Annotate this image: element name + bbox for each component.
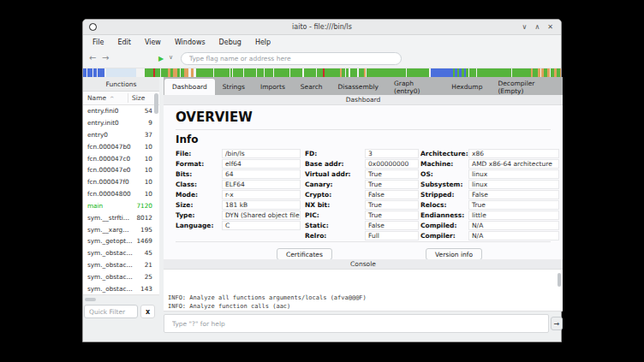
info-row: OS: linux bbox=[420, 169, 559, 180]
function-row[interactable]: fcn.000047c0 10 bbox=[83, 152, 159, 164]
functions-v-scrollbar[interactable] bbox=[154, 93, 158, 294]
console-scrollbar[interactable] bbox=[558, 271, 561, 310]
function-row[interactable]: main 7120 bbox=[83, 200, 159, 212]
function-row[interactable]: sym._obstac… 45 bbox=[83, 247, 159, 259]
binary-map-segment bbox=[477, 68, 511, 77]
function-row[interactable]: sym._obstac… 21 bbox=[83, 259, 159, 271]
function-name: entry0 bbox=[87, 131, 145, 139]
chevron-down-icon[interactable]: ∨ bbox=[169, 54, 173, 61]
column-header-name[interactable]: Name bbox=[83, 94, 106, 102]
tab-imports[interactable]: Imports bbox=[253, 79, 293, 95]
tab-disassembly[interactable]: Disassembly bbox=[331, 79, 386, 95]
info-field-label: Class: bbox=[176, 181, 222, 188]
function-size: 10 bbox=[145, 166, 152, 174]
clear-filter-button[interactable]: x bbox=[140, 305, 155, 318]
menu-edit[interactable]: Edit bbox=[110, 37, 138, 48]
info-field-value: True bbox=[365, 169, 419, 179]
info-column-3: Architecture: x86 Machine: AMD x86-64 ar… bbox=[420, 149, 559, 240]
send-button[interactable]: → bbox=[551, 317, 563, 330]
play-button[interactable]: ▶ bbox=[158, 55, 164, 62]
functions-h-scrollbar[interactable] bbox=[83, 297, 156, 302]
binary-map-segment bbox=[214, 68, 230, 77]
back-button[interactable]: ← bbox=[89, 53, 96, 63]
binary-map-segment bbox=[265, 68, 273, 77]
info-row: Compiler: N/A bbox=[420, 230, 559, 240]
forward-button[interactable]: → bbox=[102, 53, 109, 63]
function-row[interactable]: entry.fini0 54 bbox=[83, 105, 159, 117]
maximize-button[interactable]: ∧ bbox=[534, 24, 540, 31]
scrollbar-handle[interactable] bbox=[558, 273, 561, 287]
info-row: Architecture: x86 bbox=[420, 149, 559, 159]
info-row: Canary: True bbox=[305, 180, 419, 190]
close-button[interactable]: ✕ bbox=[547, 24, 553, 31]
info-row: Base addr: 0x00000000 bbox=[305, 159, 419, 169]
function-row[interactable]: fcn.000047b0 10 bbox=[83, 140, 159, 152]
info-row: File: /bin/ls bbox=[176, 149, 301, 159]
function-row[interactable]: fcn.000047f0 10 bbox=[83, 176, 159, 188]
function-row[interactable]: sym._obstac… 25 bbox=[83, 270, 159, 282]
menu-file[interactable]: File bbox=[86, 37, 110, 48]
function-row[interactable]: sym._obstac… 143 bbox=[83, 282, 159, 294]
info-row: NX bit: True bbox=[305, 199, 419, 210]
tab-graph[interactable]: Graph (entry0) bbox=[386, 79, 444, 95]
function-row[interactable]: entry0 37 bbox=[83, 129, 159, 141]
tab-search[interactable]: Search bbox=[293, 79, 331, 95]
info-row: Virtual addr: True bbox=[305, 169, 419, 180]
function-row[interactable]: fcn.000047e0 10 bbox=[83, 164, 159, 176]
function-row[interactable]: fcn.00004800 10 bbox=[83, 188, 159, 200]
tab-dashboard[interactable]: Dashboard bbox=[164, 79, 215, 95]
version-info-button[interactable]: Version info bbox=[426, 248, 482, 259]
binary-map-segment bbox=[367, 68, 406, 77]
quick-filter-input[interactable] bbox=[84, 305, 138, 318]
function-row[interactable]: sym.__xarg… 195 bbox=[83, 223, 159, 235]
minimize-button[interactable]: ∨ bbox=[522, 24, 528, 31]
binary-map-segment bbox=[106, 68, 136, 77]
menu-help[interactable]: Help bbox=[248, 37, 277, 48]
binary-map[interactable] bbox=[83, 68, 561, 77]
info-field-label: Static: bbox=[305, 222, 365, 229]
function-name: sym.__xarg… bbox=[87, 226, 140, 234]
function-name: fcn.000047f0 bbox=[87, 178, 145, 186]
function-row[interactable]: entry.init0 9 bbox=[83, 117, 159, 129]
info-field-label: Virtual addr: bbox=[305, 170, 365, 178]
info-field-value: 181 kB bbox=[222, 200, 301, 210]
info-row: Relocs: True bbox=[420, 199, 559, 210]
menu-debug[interactable]: Debug bbox=[212, 37, 248, 48]
scrollbar-handle[interactable] bbox=[85, 298, 96, 301]
info-row: Class: ELF64 bbox=[176, 180, 301, 190]
binary-map-segment bbox=[407, 68, 429, 77]
tab-decompiler[interactable]: Decompiler (Empty) bbox=[490, 79, 563, 95]
function-size: 143 bbox=[140, 285, 152, 293]
menu-windows[interactable]: Windows bbox=[168, 37, 212, 48]
command-input[interactable] bbox=[164, 314, 549, 333]
menubar: File Edit View Windows Debug Help bbox=[83, 35, 561, 50]
binary-map-segment bbox=[233, 68, 243, 77]
info-field-value: C bbox=[222, 221, 301, 230]
window-title: iaito - file:///bin/ls bbox=[83, 23, 561, 31]
function-row[interactable]: sym._getopt… 1469 bbox=[83, 235, 159, 247]
app-logo-icon bbox=[89, 23, 97, 31]
menu-view[interactable]: View bbox=[138, 37, 168, 48]
info-field-value: False bbox=[365, 221, 419, 230]
column-header-size[interactable]: Size bbox=[132, 94, 145, 102]
function-size: 10 bbox=[145, 155, 152, 163]
info-field-value: True bbox=[468, 200, 559, 210]
scrollbar-handle[interactable] bbox=[154, 93, 158, 114]
info-field-label: Base addr: bbox=[305, 160, 365, 168]
function-size: 54 bbox=[145, 107, 152, 115]
certificates-button[interactable]: Certificates bbox=[277, 248, 332, 259]
binary-map-segment bbox=[257, 68, 264, 77]
tab-strings[interactable]: Strings bbox=[215, 79, 253, 95]
info-field-value: linux bbox=[468, 169, 559, 179]
info-field-value: N/A bbox=[468, 221, 559, 230]
separator bbox=[176, 129, 551, 130]
binary-map-segment bbox=[317, 68, 323, 77]
info-row: Format: elf64 bbox=[176, 159, 301, 169]
function-name: entry.fini0 bbox=[87, 107, 145, 115]
info-row: Size: 181 kB bbox=[176, 199, 301, 210]
info-field-value: 0x00000000 bbox=[365, 159, 419, 169]
tab-hexdump[interactable]: Hexdump bbox=[444, 79, 490, 95]
function-row[interactable]: sym.__strfti… 8012 bbox=[83, 211, 159, 223]
address-input[interactable] bbox=[181, 52, 402, 65]
function-name: sym._obstac… bbox=[87, 285, 140, 293]
